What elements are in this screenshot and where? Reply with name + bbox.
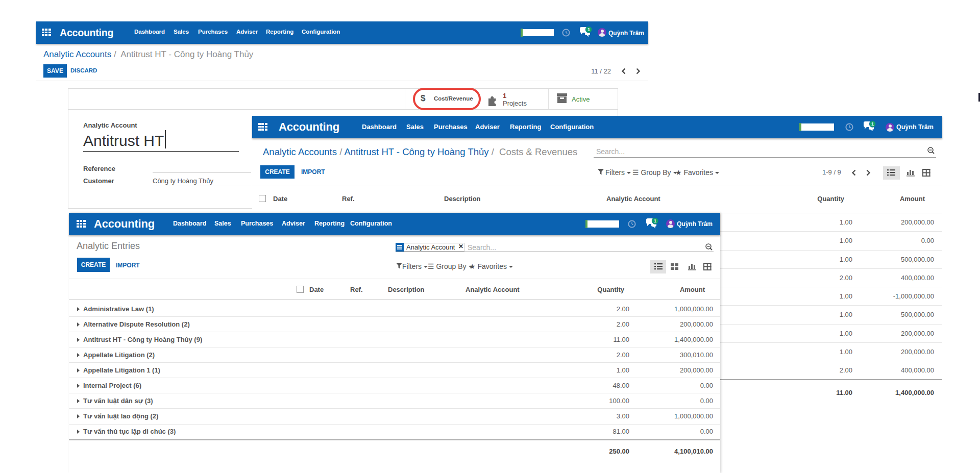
svg-text:1: 1 bbox=[654, 218, 656, 223]
svg-text:1: 1 bbox=[587, 27, 590, 32]
svg-text:1: 1 bbox=[871, 121, 874, 127]
